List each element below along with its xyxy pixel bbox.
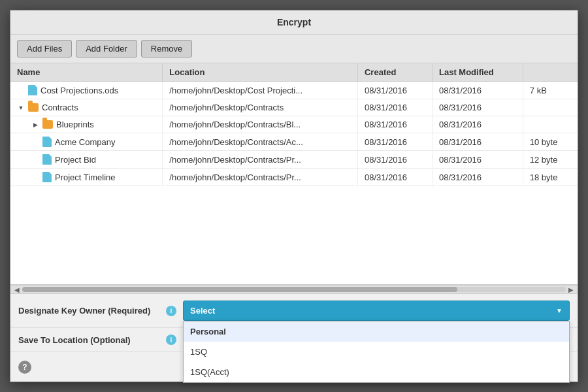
file-name: Project Bid bbox=[55, 155, 96, 165]
file-last-modified: 08/31/2016 bbox=[433, 169, 523, 186]
file-last-modified: 08/31/2016 bbox=[433, 151, 523, 169]
scrollbar-track[interactable] bbox=[22, 287, 566, 292]
file-created: 08/31/2016 bbox=[357, 116, 432, 133]
dropdown-option-1sq[interactable]: 1SQ bbox=[184, 342, 569, 362]
file-size bbox=[523, 99, 578, 116]
expander-icon[interactable]: ▶ bbox=[31, 121, 39, 129]
toolbar: Add Files Add Folder Remove bbox=[10, 35, 578, 63]
scrollbar-thumb[interactable] bbox=[22, 287, 457, 292]
file-name: Project Timeline bbox=[55, 172, 115, 182]
file-created: 08/31/2016 bbox=[357, 169, 432, 186]
file-name: Contracts bbox=[42, 103, 78, 112]
dialog-title: Encrypt bbox=[10, 10, 578, 35]
horizontal-scrollbar[interactable]: ◀ ▶ bbox=[10, 285, 578, 294]
file-location: /home/john/Desktop/Contracts/Pr... bbox=[163, 151, 358, 169]
help-icon[interactable]: ? bbox=[18, 361, 31, 374]
file-size: 10 byte bbox=[523, 133, 578, 151]
folder-icon bbox=[28, 103, 39, 112]
file-location: /home/john/Desktop/Contracts/Bl... bbox=[163, 116, 358, 133]
file-size: 18 byte bbox=[523, 169, 578, 186]
col-last-modified: Last Modified bbox=[433, 63, 523, 82]
remove-button[interactable]: Remove bbox=[141, 40, 192, 57]
table-row[interactable]: ▼Contracts/home/john/Desktop/Contracts08… bbox=[10, 99, 578, 116]
file-location: /home/john/Desktop/Contracts bbox=[163, 99, 358, 116]
scroll-left-arrow[interactable]: ◀ bbox=[12, 286, 22, 293]
key-owner-select-label: Select bbox=[190, 306, 215, 316]
table-row[interactable]: ▶Blueprints/home/john/Desktop/Contracts/… bbox=[10, 116, 578, 133]
file-created: 08/31/2016 bbox=[357, 99, 432, 116]
file-location: /home/john/Desktop/Contracts/Ac... bbox=[163, 133, 358, 151]
file-last-modified: 08/31/2016 bbox=[433, 99, 523, 116]
file-last-modified: 08/31/2016 bbox=[433, 82, 523, 99]
table-row[interactable]: Project Timeline/home/john/Desktop/Contr… bbox=[10, 169, 578, 186]
dropdown-arrow-icon: ▼ bbox=[556, 307, 563, 314]
key-owner-row: Designate Key Owner (Required) i Select … bbox=[10, 294, 578, 328]
add-folder-button[interactable]: Add Folder bbox=[76, 40, 137, 57]
dropdown-option-personal[interactable]: Personal bbox=[184, 321, 569, 342]
file-icon bbox=[42, 172, 52, 182]
col-created: Created bbox=[357, 63, 432, 82]
file-size: 12 byte bbox=[523, 151, 578, 169]
key-owner-label: Designate Key Owner (Required) bbox=[18, 306, 162, 316]
file-name: Blueprints bbox=[56, 120, 94, 129]
save-location-info-icon[interactable]: i bbox=[166, 335, 176, 345]
encrypt-dialog: Encrypt Add Files Add Folder Remove Name… bbox=[10, 10, 578, 382]
key-owner-dropdown-container: Select ▼ Personal 1SQ 1SQ(Acct) bbox=[183, 301, 570, 321]
table-row[interactable]: Project Bid/home/john/Desktop/Contracts/… bbox=[10, 151, 578, 169]
file-table: Name Location Created Last Modified Cost… bbox=[10, 63, 578, 186]
bottom-panel: Designate Key Owner (Required) i Select … bbox=[10, 294, 578, 382]
save-location-label: Save To Location (Optional) bbox=[18, 335, 162, 345]
col-size bbox=[523, 63, 578, 82]
file-icon bbox=[28, 85, 37, 95]
file-size bbox=[523, 116, 578, 133]
file-created: 08/31/2016 bbox=[357, 151, 432, 169]
file-name: Acme Company bbox=[55, 137, 115, 147]
table-row[interactable]: Cost Projections.ods/home/john/Desktop/C… bbox=[10, 82, 578, 99]
key-owner-select[interactable]: Select ▼ bbox=[183, 301, 570, 321]
col-location: Location bbox=[163, 63, 358, 82]
folder-icon bbox=[42, 120, 53, 129]
add-files-button[interactable]: Add Files bbox=[17, 40, 72, 57]
file-created: 08/31/2016 bbox=[357, 133, 432, 151]
file-created: 08/31/2016 bbox=[357, 82, 432, 99]
table-row[interactable]: Acme Company/home/john/Desktop/Contracts… bbox=[10, 133, 578, 151]
file-name: Cost Projections.ods bbox=[41, 86, 118, 95]
scroll-right-arrow[interactable]: ▶ bbox=[566, 286, 576, 293]
col-name: Name bbox=[10, 63, 163, 82]
key-owner-info-icon[interactable]: i bbox=[166, 306, 176, 316]
file-last-modified: 08/31/2016 bbox=[433, 133, 523, 151]
file-table-container: Name Location Created Last Modified Cost… bbox=[10, 63, 578, 285]
key-owner-dropdown-menu: Personal 1SQ 1SQ(Acct) bbox=[183, 321, 570, 383]
file-last-modified: 08/31/2016 bbox=[433, 116, 523, 133]
expander-icon[interactable]: ▼ bbox=[17, 104, 25, 112]
file-icon bbox=[42, 154, 52, 165]
file-icon bbox=[42, 137, 52, 147]
file-location: /home/john/Desktop/Cost Projecti... bbox=[163, 82, 358, 99]
file-size: 7 kB bbox=[523, 82, 578, 99]
table-header-row: Name Location Created Last Modified bbox=[10, 63, 578, 82]
dropdown-option-1sq-acct[interactable]: 1SQ(Acct) bbox=[184, 362, 569, 382]
file-location: /home/john/Desktop/Contracts/Pr... bbox=[163, 169, 358, 186]
